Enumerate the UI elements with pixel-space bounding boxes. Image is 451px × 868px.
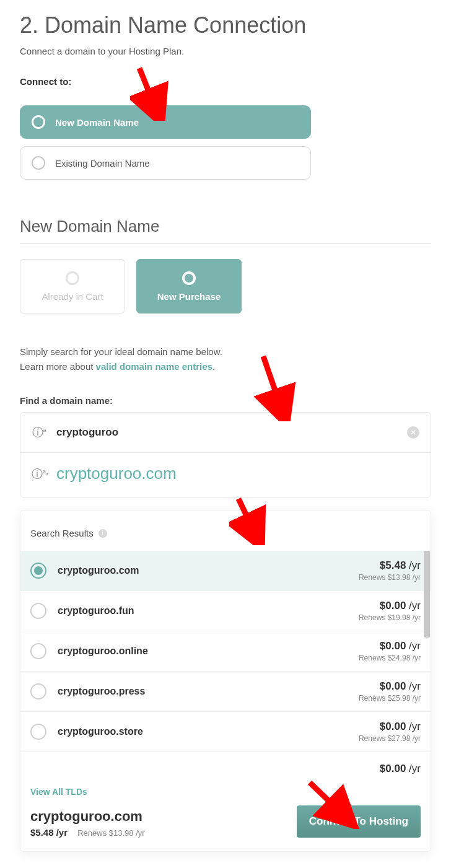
purchase-tabs: Already in Cart New Purchase — [20, 259, 431, 313]
connect-to-label: Connect to: — [20, 76, 431, 87]
result-price: $0.00 /yr — [380, 763, 421, 775]
radio-icon — [30, 683, 46, 699]
result-price: $0.00 /yr Renews $27.98 /yr — [359, 721, 421, 743]
radio-icon — [182, 271, 196, 285]
info-icon[interactable]: i — [99, 529, 107, 538]
chosen-summary: cryptoguroo.com $5.48 /yr Renews $13.98 … — [30, 809, 145, 838]
radio-icon — [30, 563, 46, 579]
helper-line2a: Learn more about — [20, 361, 96, 372]
result-row[interactable]: cryptoguroo.online $0.00 /yr Renews $24.… — [20, 631, 431, 672]
search-results-header: Search Results i — [20, 511, 431, 551]
result-domain: cryptoguroo.store — [58, 726, 359, 737]
result-price: $5.48 /yr Renews $13.98 /yr — [359, 559, 421, 582]
result-row[interactable]: cryptoguroo.com $5.48 /yr Renews $13.98 … — [20, 551, 431, 591]
search-results-label: Search Results — [30, 528, 94, 538]
scrollbar-thumb[interactable] — [424, 551, 430, 638]
results-list: cryptoguroo.com $5.48 /yr Renews $13.98 … — [20, 551, 431, 777]
domain-search-input[interactable] — [56, 426, 397, 439]
option-label: New Domain Name — [55, 117, 139, 128]
result-row[interactable]: cryptoguroo.fun $0.00 /yr Renews $19.98 … — [20, 591, 431, 631]
connect-to-hosting-button[interactable]: Connect To Hosting — [297, 805, 421, 838]
page-title: 2. Domain Name Connection — [20, 12, 431, 38]
find-domain-label: Find a domain name: — [20, 395, 431, 406]
section-title: New Domain Name — [20, 217, 431, 236]
result-row[interactable]: cryptoguroo.press $0.00 /yr Renews $25.9… — [20, 672, 431, 712]
radio-icon — [30, 724, 46, 740]
result-price: $0.00 /yr Renews $24.98 /yr — [359, 640, 421, 662]
results-footer: View All TLDs cryptoguroo.com $5.48 /yr … — [20, 777, 431, 851]
result-domain: cryptoguroo.com — [58, 565, 359, 576]
chosen-price: $5.48 /yr — [30, 827, 68, 838]
globe-icon: ⓘª· — [32, 467, 46, 481]
domain-search-box: ⓘª ✕ ⓘª· cryptoguroo.com — [20, 412, 431, 498]
option-new-domain[interactable]: New Domain Name — [20, 105, 311, 139]
search-input-row: ⓘª ✕ — [20, 413, 431, 453]
helper-line1: Simply search for your ideal domain name… — [20, 346, 222, 357]
radio-icon — [30, 603, 46, 619]
tab-already-in-cart[interactable]: Already in Cart — [20, 259, 125, 313]
radio-icon — [30, 643, 46, 659]
radio-icon — [32, 115, 45, 129]
divider — [20, 243, 431, 244]
tab-new-purchase[interactable]: New Purchase — [136, 259, 242, 313]
result-domain: cryptoguroo.online — [58, 646, 359, 657]
connect-to-options: New Domain Name Existing Domain Name — [20, 105, 431, 180]
option-existing-domain[interactable]: Existing Domain Name — [20, 146, 311, 180]
result-domain: cryptoguroo.fun — [58, 605, 359, 616]
search-suggestion-row[interactable]: ⓘª· cryptoguroo.com — [20, 453, 431, 497]
result-price: $0.00 /yr Renews $25.98 /yr — [359, 680, 421, 703]
search-results-panel: Search Results i cryptoguroo.com $5.48 /… — [20, 510, 431, 852]
chosen-domain: cryptoguroo.com — [30, 809, 145, 825]
result-row[interactable]: cryptoguroo.store $0.00 /yr Renews $27.9… — [20, 712, 431, 752]
result-domain: cryptoguroo.press — [58, 686, 359, 697]
helper-line2b: . — [212, 361, 215, 372]
globe-icon: ⓘª — [32, 425, 46, 440]
result-price: $0.00 /yr Renews $19.98 /yr — [359, 600, 421, 622]
radio-icon — [32, 156, 45, 170]
suggestion-text: cryptoguroo.com — [56, 464, 177, 483]
helper-text: Simply search for your ideal domain name… — [20, 344, 431, 374]
svg-line-0 — [139, 68, 156, 110]
chosen-renews: Renews $13.98 /yr — [77, 828, 144, 838]
valid-domain-link[interactable]: valid domain name entries — [96, 361, 212, 372]
page-subtitle: Connect a domain to your Hosting Plan. — [20, 46, 431, 56]
clear-icon[interactable]: ✕ — [407, 426, 419, 439]
result-row-partial[interactable]: $0.00 /yr — [20, 752, 431, 777]
option-label: Existing Domain Name — [55, 158, 150, 169]
tab-label: New Purchase — [157, 291, 221, 302]
view-all-tlds-link[interactable]: View All TLDs — [30, 787, 421, 797]
radio-icon — [66, 271, 79, 285]
tab-label: Already in Cart — [42, 291, 103, 302]
